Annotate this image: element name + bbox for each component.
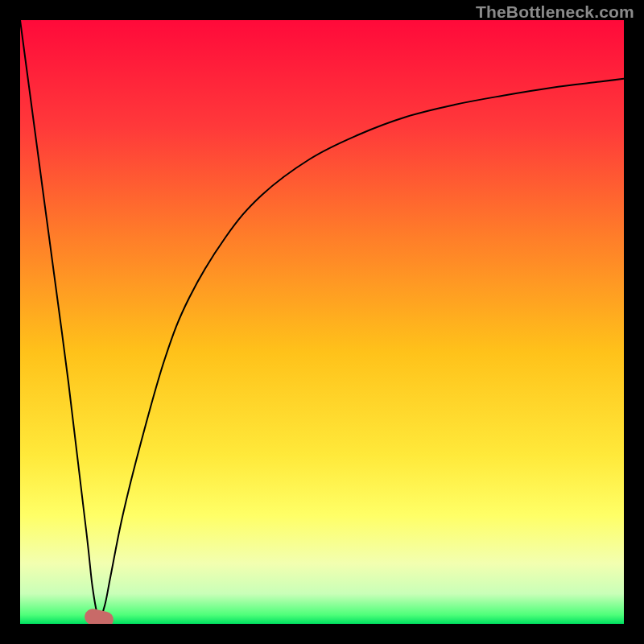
watermark-text: TheBottleneck.com <box>476 2 634 22</box>
bottleneck-curve <box>20 20 624 624</box>
chart-frame: TheBottleneck.com <box>0 0 644 644</box>
plot-area <box>20 20 624 624</box>
